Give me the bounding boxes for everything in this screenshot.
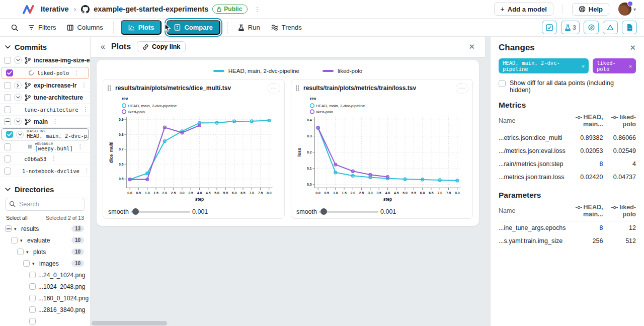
tree-row[interactable] <box>0 315 90 326</box>
expander-icon[interactable] <box>14 56 22 64</box>
horizontal-scrollbar[interactable] <box>92 321 167 325</box>
hidden-plots-button[interactable] <box>584 21 599 34</box>
commit-kebab-menu[interactable]: ⋮ <box>72 70 80 76</box>
select-all-link[interactable]: Select all <box>6 215 28 221</box>
commit-checkbox[interactable] <box>6 131 13 138</box>
plus-icon: + <box>501 5 505 13</box>
commit-checkbox[interactable] <box>4 106 11 113</box>
directories-section-header[interactable]: Directories <box>0 177 90 197</box>
expander-icon[interactable] <box>14 118 22 125</box>
tree-row[interactable]: ▾plots10 <box>0 246 90 258</box>
commit-kebab-menu[interactable]: ⋮ <box>49 155 58 162</box>
expander-icon[interactable] <box>14 82 22 89</box>
tree-row[interactable]: ▾evaluate10 <box>0 234 90 246</box>
search-button[interactable] <box>7 22 22 34</box>
tree-row[interactable]: ...24_0_1024.png <box>0 269 90 281</box>
run-button[interactable]: Run <box>233 21 265 34</box>
commit-row[interactable]: tune-architecture⋮ <box>0 104 90 116</box>
commit-row[interactable]: e0b6b6c9[weepy-buhl]⋮ <box>0 141 90 153</box>
caret-down-icon[interactable]: ▾ <box>14 226 19 231</box>
tree-checkbox[interactable] <box>29 318 36 324</box>
commit-checkbox[interactable] <box>4 57 11 64</box>
expander-icon[interactable] <box>14 94 22 101</box>
filters-button[interactable]: Filters <box>23 21 61 34</box>
commit-row[interactable]: liked-polo⋮ <box>2 67 89 79</box>
commit-kebab-menu[interactable]: ⋮ <box>79 82 88 89</box>
commit-checkbox[interactable] <box>6 69 13 76</box>
show-diff-checkbox[interactable] <box>499 80 506 87</box>
repo-name[interactable]: example-get-started-experiments <box>94 5 208 13</box>
repo-kebab-menu[interactable]: ⋮ <box>252 6 262 13</box>
commit-kebab-menu[interactable]: ⋮ <box>76 143 85 150</box>
commit-checkbox[interactable] <box>4 118 11 125</box>
commit-kebab-menu[interactable]: ⋮ <box>83 168 90 174</box>
plot-menu-button[interactable]: ⋯ <box>268 83 280 94</box>
commit-row[interactable]: c0b6a53⋮ <box>0 153 90 165</box>
commit-kebab-menu[interactable]: ⋮ <box>81 106 90 113</box>
brand-name[interactable]: Iterative <box>41 5 69 13</box>
smooth-slider-thumb[interactable] <box>320 208 327 215</box>
help-button[interactable]: Help <box>572 3 609 16</box>
caret-down-icon[interactable]: ▾ <box>32 261 37 266</box>
commit-row[interactable]: 1-notebook-dvclive⋮ <box>0 165 90 177</box>
commit-checkbox[interactable] <box>4 82 11 89</box>
remove-tag-icon[interactable]: ✕ <box>629 63 632 69</box>
commit-checkbox[interactable] <box>4 168 11 175</box>
close-changes-icon[interactable]: ✕ <box>629 43 636 52</box>
add-model-button[interactable]: + Add a model <box>494 3 553 16</box>
compare-button[interactable]: Compare <box>167 20 220 35</box>
plot-menu-button[interactable]: ⋯ <box>456 83 468 94</box>
tree-checkbox[interactable] <box>11 237 18 243</box>
smooth-slider[interactable] <box>319 208 378 215</box>
tree-checkbox[interactable] <box>23 260 30 267</box>
run-experiments-count-button[interactable]: 3 <box>561 21 580 34</box>
commit-row[interactable]: tune-architecture⋮ <box>0 92 90 104</box>
caret-down-icon[interactable]: ▾ <box>20 238 25 243</box>
tree-checkbox[interactable] <box>29 295 36 301</box>
smooth-slider-thumb[interactable] <box>132 208 139 215</box>
commit-row[interactable]: increase-img-size-epochs⋮ <box>0 54 90 66</box>
tree-checkbox[interactable] <box>29 272 36 278</box>
commit-row[interactable]: BASELINEHEAD, main, 2-dvc-pip…⋮ <box>2 128 89 140</box>
tree-checkbox[interactable] <box>5 225 12 232</box>
close-plots-icon[interactable]: ✕ <box>468 42 475 51</box>
expander-icon[interactable] <box>16 131 24 138</box>
svg-text:8.0: 8.0 <box>267 191 272 195</box>
commits-section-header[interactable]: Commits <box>0 39 90 54</box>
delta-button[interactable] <box>603 21 618 34</box>
tree-checkbox[interactable] <box>29 283 36 290</box>
tree-row[interactable]: ▾images10 <box>0 258 90 269</box>
plots-button[interactable]: Plots <box>121 20 162 35</box>
avatar[interactable] <box>618 3 631 16</box>
copy-link-button[interactable]: Copy link <box>137 41 186 52</box>
directories-search-input[interactable] <box>5 198 85 211</box>
column-header-label: liked-polo <box>619 204 636 218</box>
drag-handle-icon[interactable] <box>295 85 299 91</box>
tree-label: plots <box>33 249 46 256</box>
select-experiments-button[interactable] <box>542 21 557 34</box>
user-menu[interactable]: ▾ <box>618 3 636 16</box>
tree-row[interactable]: ▾results13 <box>0 223 90 234</box>
toolbar: Filters Columns Plots Compare Run Trends <box>0 19 644 37</box>
commit-row[interactable]: exp-increase-lr⋮ <box>0 79 90 92</box>
drag-handle-icon[interactable] <box>107 85 111 91</box>
remove-tag-icon[interactable]: ✕ <box>582 63 585 69</box>
tree-row[interactable]: ...2816_3840.png <box>0 304 90 315</box>
commit-kebab-menu[interactable]: ⋮ <box>51 118 59 125</box>
commit-checkbox[interactable] <box>4 155 11 162</box>
trends-button[interactable]: Trends <box>266 21 307 34</box>
caret-down-icon[interactable]: ▾ <box>26 250 31 255</box>
smooth-slider[interactable] <box>131 208 190 215</box>
svg-text:6.0: 6.0 <box>420 191 425 195</box>
export-csv-button[interactable]: CSV <box>622 21 637 34</box>
tree-row[interactable]: ...160_0_1024.png <box>0 292 90 304</box>
commit-checkbox[interactable] <box>4 94 11 101</box>
commit-row[interactable]: main⋮ <box>0 116 90 128</box>
tree-checkbox[interactable] <box>29 306 36 313</box>
commit-checkbox[interactable] <box>4 143 11 150</box>
tree-checkbox[interactable] <box>17 249 24 255</box>
commit-kebab-menu[interactable]: ⋮ <box>86 94 90 101</box>
tree-row[interactable]: ...1024_2048.png <box>0 281 90 292</box>
collapse-panel-icon[interactable]: « <box>101 42 105 51</box>
columns-button[interactable]: Columns <box>62 21 108 34</box>
